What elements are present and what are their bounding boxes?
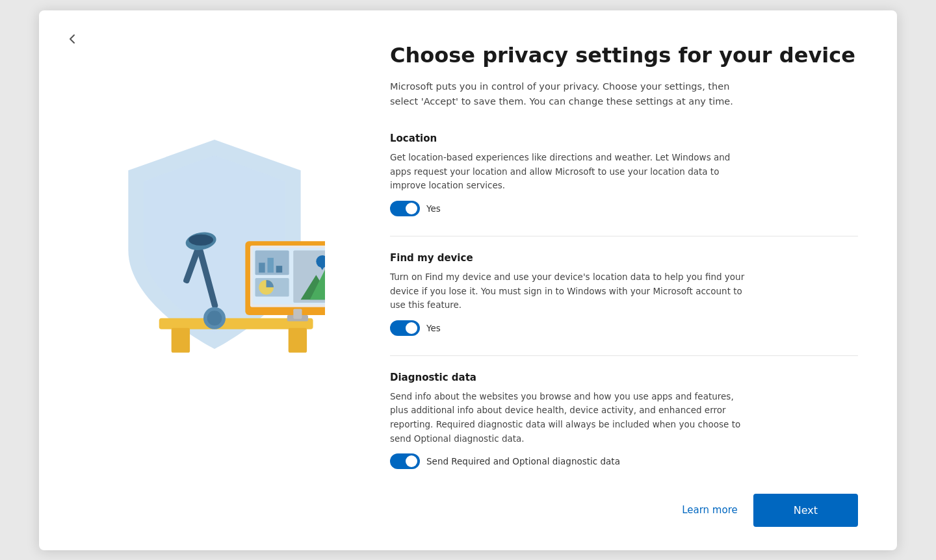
svg-rect-14: [267, 257, 273, 272]
diagnostic-data-toggle[interactable]: [390, 453, 420, 469]
find-my-device-section: Find my device Turn on Find my device an…: [390, 252, 858, 336]
learn-more-button[interactable]: Learn more: [682, 504, 738, 516]
next-button[interactable]: Next: [753, 494, 858, 527]
illustration-panel: [78, 36, 351, 478]
diagnostic-data-desc: Send info about the websites you browse …: [390, 390, 754, 446]
location-section: Location Get location-based experiences …: [390, 133, 858, 216]
divider-1: [390, 236, 858, 236]
privacy-illustration: [104, 127, 325, 361]
svg-rect-18: [293, 309, 302, 318]
setup-window: Choose privacy settings for your device …: [39, 10, 897, 550]
location-desc: Get location-based experiences like dire…: [390, 151, 754, 193]
location-toggle-row: Yes: [390, 201, 858, 216]
location-toggle[interactable]: [390, 201, 420, 216]
svg-point-22: [188, 234, 213, 245]
divider-2: [390, 355, 858, 356]
svg-rect-1: [172, 327, 190, 352]
find-my-device-toggle-label: Yes: [426, 323, 441, 333]
svg-rect-13: [259, 262, 265, 272]
page-subtitle: Microsoft puts you in control of your pr…: [390, 79, 754, 109]
diagnostic-data-toggle-row: Send Required and Optional diagnostic da…: [390, 453, 858, 469]
location-title: Location: [390, 133, 858, 144]
footer: Learn more Next: [39, 478, 897, 550]
right-panel: Choose privacy settings for your device …: [351, 36, 858, 478]
page-title: Choose privacy settings for your device: [390, 43, 858, 68]
find-my-device-toggle[interactable]: [390, 320, 420, 336]
back-button[interactable]: [62, 29, 83, 49]
svg-rect-15: [276, 266, 282, 272]
find-my-device-title: Find my device: [390, 252, 858, 264]
diagnostic-data-toggle-label: Send Required and Optional diagnostic da…: [426, 456, 620, 466]
svg-rect-2: [289, 327, 307, 352]
content-area: Choose privacy settings for your device …: [39, 10, 897, 478]
diagnostic-data-title: Diagnostic data: [390, 372, 858, 383]
diagnostic-data-section: Diagnostic data Send info about the webs…: [390, 372, 858, 469]
find-my-device-toggle-row: Yes: [390, 320, 858, 336]
location-toggle-label: Yes: [426, 203, 441, 214]
find-my-device-desc: Turn on Find my device and use your devi…: [390, 270, 754, 312]
svg-point-24: [207, 311, 222, 325]
